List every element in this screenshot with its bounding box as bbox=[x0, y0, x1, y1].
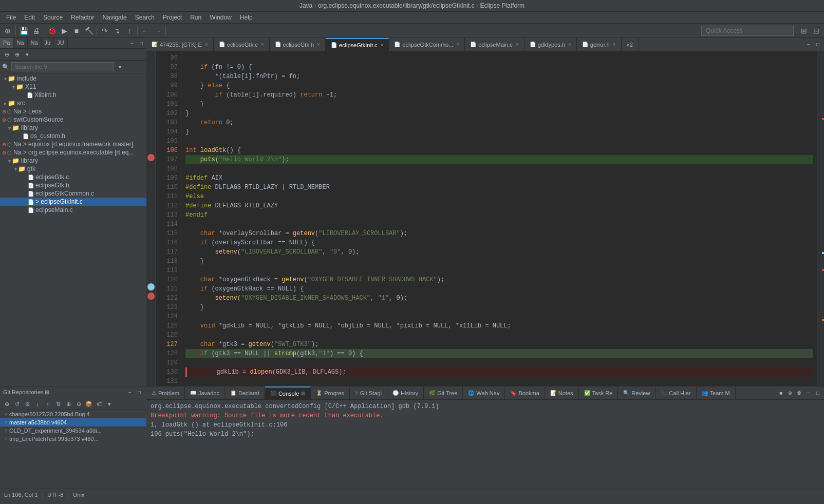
bottom-tab-notes[interactable]: 📝 Notes bbox=[545, 386, 579, 399]
tree-item-equinox[interactable]: ⊖ ⬡ Na > equinox [rt.equinox.framework m… bbox=[0, 140, 146, 148]
tab-close-eclipseGtk-h[interactable]: × bbox=[317, 42, 320, 47]
tab-close-eclipseGtk-c[interactable]: × bbox=[261, 42, 264, 47]
perspective-button[interactable]: ⊞ bbox=[798, 25, 810, 36]
git-item-master[interactable]: ⑂ master a5c38bd v4604 bbox=[0, 418, 146, 427]
tree-item-eclipseGtk-h[interactable]: 📄 eclipseGtk.h bbox=[0, 181, 146, 189]
tree-item-x11[interactable]: ▾ 📁 X11 bbox=[0, 83, 146, 91]
code-editor[interactable]: 96 97 98 99 100 101 102 103 104 105 106 … bbox=[146, 51, 824, 386]
menu-edit[interactable]: Edit bbox=[20, 13, 39, 22]
tab-close-eclipseGtkInit[interactable]: × bbox=[381, 42, 384, 48]
bottom-tab-gitstagi[interactable]: ⑂ Git Stagi bbox=[350, 386, 387, 399]
tab-close-474235[interactable]: × bbox=[205, 42, 208, 47]
editor-tab-gerror[interactable]: 📄 gerror.h × bbox=[577, 38, 622, 51]
link-editor-button[interactable]: ⊕ bbox=[12, 50, 22, 59]
tree-item-xlibint[interactable]: 📄 Xlibint.h bbox=[0, 91, 146, 99]
left-tab-ju[interactable]: Ju bbox=[42, 38, 54, 48]
bottom-minimize-button[interactable]: − bbox=[804, 389, 813, 397]
tree-item-swtcustom[interactable]: ⊖ ⬡ swtCustomSource bbox=[0, 115, 146, 124]
tree-item-library[interactable]: ▾ 📁 library bbox=[0, 124, 146, 132]
git-repos-minimize-button[interactable]: − bbox=[126, 388, 134, 396]
view-button[interactable]: ⊟ bbox=[811, 25, 822, 36]
new-button[interactable]: ⊕ bbox=[2, 25, 13, 36]
search-options-button[interactable]: ▾ bbox=[115, 62, 124, 71]
bottom-tab-bookma[interactable]: 🔖 Bookma bbox=[505, 386, 545, 399]
tree-item-eclipseGtkInit[interactable]: 📄 > eclipseGtkInit.c bbox=[0, 198, 146, 206]
left-tab-pa[interactable]: Pa bbox=[0, 38, 13, 48]
git-add-button[interactable]: ⊕ bbox=[2, 399, 11, 409]
save-button[interactable]: 💾 bbox=[18, 25, 29, 36]
stop-button[interactable]: ■ bbox=[71, 25, 82, 36]
bottom-tab-history[interactable]: 🕐 History bbox=[387, 386, 424, 399]
console-clear-button[interactable]: 🗑 bbox=[795, 389, 803, 397]
tree-item-os-custom[interactable]: 📄 os_custom.h bbox=[0, 132, 146, 140]
tree-item-include[interactable]: ▾ 📁 include bbox=[0, 74, 146, 83]
tree-item-eclipseMain[interactable]: 📄 eclipseMain.c bbox=[0, 206, 146, 214]
menu-help[interactable]: Help bbox=[236, 13, 257, 22]
tab-close-eclipseGtkCommo[interactable]: × bbox=[456, 42, 459, 47]
git-menu-button[interactable]: ▾ bbox=[105, 399, 114, 409]
collapse-all-button[interactable]: ⊖ bbox=[2, 50, 11, 59]
git-item-tmp[interactable]: ⑂ tmp_EricPatchTest 993e373 v460... bbox=[0, 435, 146, 443]
menu-project[interactable]: Project bbox=[159, 13, 186, 22]
git-fetch-button[interactable]: ↓ bbox=[33, 399, 42, 409]
console-close-icon[interactable]: ⊠ bbox=[301, 391, 305, 396]
forward-button[interactable]: → bbox=[152, 25, 163, 36]
tree-item-gtk[interactable]: ▾ 📁 gtk bbox=[0, 165, 146, 173]
bottom-tab-declarat[interactable]: 📋 Declarat bbox=[225, 386, 265, 399]
tab-close-gerror[interactable]: × bbox=[613, 42, 616, 47]
quick-access-input[interactable] bbox=[701, 26, 794, 36]
git-repos-maximize-button[interactable]: □ bbox=[135, 388, 143, 396]
git-item-change[interactable]: ⑂ change/50127/20 2205bd Bug 4 bbox=[0, 410, 146, 418]
tree-item-orgeclipse[interactable]: ⊖ ⬡ Na > org.eclipse.equinox.executable … bbox=[0, 148, 146, 157]
git-stash-button[interactable]: 📦 bbox=[84, 399, 93, 409]
code-content[interactable]: if (fn != 0) { *(table[i].fnPtr) = fn; }… bbox=[181, 51, 817, 386]
editor-tab-eclipseGtkInit[interactable]: 📄 eclipseGtkInit.c × bbox=[326, 38, 389, 51]
search-input[interactable] bbox=[11, 62, 114, 71]
print-button[interactable]: 🖨 bbox=[30, 25, 42, 36]
editor-tab-gdktypes[interactable]: 📄 gdktypes.h × bbox=[525, 38, 577, 51]
back-button[interactable]: ← bbox=[140, 25, 151, 36]
editor-tab-eclipseMain[interactable]: 📄 eclipseMain.c × bbox=[465, 38, 524, 51]
bottom-tab-review[interactable]: 🔍 Review bbox=[618, 386, 656, 399]
tab-close-eclipseMain[interactable]: × bbox=[516, 42, 519, 47]
git-rebase-button[interactable]: ⊖ bbox=[74, 399, 83, 409]
tree-item-src[interactable]: ▸ 📁 src bbox=[0, 99, 146, 107]
stepinto-button[interactable]: ↴ bbox=[111, 25, 123, 36]
menu-navigate[interactable]: Navigate bbox=[98, 13, 130, 22]
bottom-tab-console[interactable]: ⬛ Console ⊠ bbox=[265, 386, 311, 399]
console-disconnect-button[interactable]: ⊗ bbox=[786, 389, 794, 397]
menu-file[interactable]: File bbox=[2, 13, 20, 22]
bottom-tab-webnav[interactable]: 🌐 Web Nav bbox=[463, 386, 505, 399]
git-refresh-button[interactable]: ↺ bbox=[12, 399, 22, 409]
tree-item-eclipseGtkCommon[interactable]: 📄 eclipseGtkCommon.c bbox=[0, 189, 146, 198]
editor-tab-474235[interactable]: 📝 474235: [GTK] E × bbox=[146, 38, 214, 51]
git-clone-button[interactable]: ⊗ bbox=[23, 399, 32, 409]
left-tab-na[interactable]: Na bbox=[13, 38, 27, 48]
panel-maximize-button[interactable]: □ bbox=[137, 39, 145, 47]
left-tab-na2[interactable]: Na bbox=[28, 38, 42, 48]
git-merge-button[interactable]: ⊕ bbox=[64, 399, 73, 409]
editor-minimize-button[interactable]: − bbox=[804, 41, 813, 49]
editor-tab-eclipseGtk-h[interactable]: 📄 eclipseGtk.h × bbox=[270, 38, 326, 51]
run-button[interactable]: ▶ bbox=[59, 25, 70, 36]
build-button[interactable]: 🔨 bbox=[83, 25, 95, 36]
bottom-tab-taskre[interactable]: ✅ Task Re bbox=[579, 386, 619, 399]
editor-maximize-button[interactable]: □ bbox=[814, 41, 822, 49]
view-menu-button[interactable]: ▾ bbox=[23, 50, 32, 59]
editor-tab-eclipseGtkCommo[interactable]: 📄 eclipseGtkCommo... × bbox=[389, 38, 465, 51]
bottom-tab-problems[interactable]: ⚠ Problem bbox=[146, 386, 185, 399]
menu-search[interactable]: Search bbox=[131, 13, 159, 22]
bottom-tab-team[interactable]: 👥 Team M bbox=[697, 386, 736, 399]
stepout-button[interactable]: ↑ bbox=[124, 25, 135, 36]
tab-close-gdktypes[interactable]: × bbox=[568, 42, 571, 47]
editor-tab-overflow[interactable]: »2 bbox=[622, 38, 639, 51]
menu-window[interactable]: Window bbox=[205, 13, 236, 22]
bottom-tab-callhier[interactable]: 📞 Call Hier bbox=[656, 386, 696, 399]
bottom-tab-gittree[interactable]: 🌿 Git Tree bbox=[424, 386, 463, 399]
debug-button[interactable]: 🐞 bbox=[46, 25, 58, 36]
git-push-button[interactable]: ↑ bbox=[43, 399, 52, 409]
left-tab-ju2[interactable]: JU bbox=[54, 38, 67, 48]
console-terminate-button[interactable]: ■ bbox=[777, 389, 785, 397]
menu-refactor[interactable]: Refactor bbox=[67, 13, 98, 22]
tree-item-library2[interactable]: ▾ 📁 library bbox=[0, 157, 146, 165]
